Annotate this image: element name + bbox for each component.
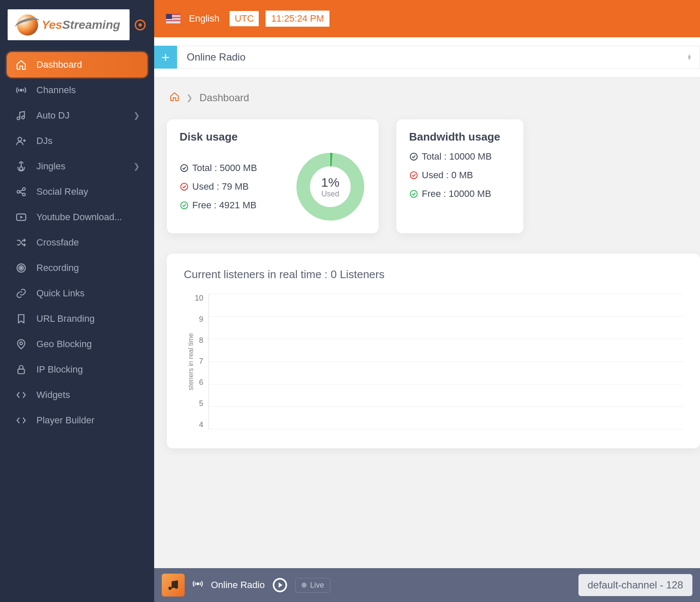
check-icon — [409, 171, 418, 180]
sidebar-item-recording[interactable]: Recording — [7, 255, 147, 281]
sidebar-item-channels[interactable]: Channels — [7, 77, 147, 103]
svg-point-24 — [197, 583, 199, 585]
sidebar-item-ipblocking[interactable]: IP Blocking — [7, 357, 147, 382]
svg-point-1 — [17, 117, 20, 120]
check-icon — [409, 152, 418, 161]
sidebar-item-playerbuilder[interactable]: Player Builder — [7, 408, 147, 433]
station-select-label: Online Radio — [187, 51, 246, 63]
bandwidth-title: Bandwidth usage — [409, 130, 511, 144]
svg-point-2 — [22, 116, 25, 119]
svg-rect-13 — [18, 369, 24, 374]
ytick: 7 — [199, 357, 203, 366]
sidebar: YesStreaming DashboardChannelsAuto DJ❯DJ… — [0, 0, 154, 602]
station-selector-row: + Online Radio ▲▼ — [154, 37, 700, 77]
sidebar-item-quicklinks[interactable]: Quick Links — [7, 281, 147, 306]
brand-text-2: Streaming — [62, 18, 120, 32]
ytick: 9 — [199, 315, 203, 324]
chart-yaxis: 10987654 — [195, 294, 208, 429]
sidebar-item-crossfade[interactable]: Crossfade — [7, 230, 147, 255]
disk-usage-list: Total : 5000 MB Used : 79 MB Free : 4921… — [180, 163, 257, 211]
album-art-icon[interactable] — [162, 574, 185, 596]
chart-grid — [208, 294, 683, 429]
sidebar-item-dashboard[interactable]: Dashboard — [7, 52, 147, 77]
language-label[interactable]: English — [189, 13, 219, 24]
svg-point-16 — [181, 202, 188, 209]
play-button[interactable] — [272, 577, 288, 593]
svg-rect-4 — [20, 167, 23, 171]
crossfade-icon — [15, 237, 27, 248]
svg-point-0 — [20, 89, 22, 91]
youtube-icon — [15, 212, 27, 223]
disk-donut-chart: 1% Used — [295, 151, 366, 222]
add-station-button[interactable]: + — [154, 46, 177, 69]
sidebar-item-autodj[interactable]: Auto DJ❯ — [7, 103, 147, 128]
disk-total: Total : 5000 MB — [192, 163, 257, 174]
disk-pct: 1% — [321, 175, 339, 190]
check-icon — [180, 201, 189, 210]
topbar: English UTC 11:25:24 PM — [154, 0, 700, 37]
live-dot-icon — [302, 583, 307, 588]
ytick: 4 — [199, 420, 203, 429]
chevron-right-icon: ❯ — [133, 111, 140, 120]
check-icon — [409, 189, 418, 199]
ipblocking-icon — [15, 364, 27, 375]
station-select[interactable]: Online Radio ▲▼ — [177, 46, 700, 69]
ytick: 6 — [199, 378, 203, 387]
bandwidth-usage-card: Bandwidth usage Total : 10000 MB Used : … — [396, 119, 523, 233]
ytick: 8 — [199, 336, 203, 345]
social-icon — [15, 186, 27, 197]
sidebar-item-youtube[interactable]: Youtube Download... — [7, 204, 147, 230]
sidebar-item-jingles[interactable]: Jingles❯ — [7, 154, 147, 179]
svg-point-22 — [169, 587, 172, 590]
select-sort-icon: ▲▼ — [687, 54, 692, 60]
sidebar-item-label: Channels — [36, 85, 76, 96]
sidebar-item-label: Youtube Download... — [36, 212, 122, 223]
record-icon[interactable] — [135, 19, 146, 30]
flag-icon[interactable] — [166, 14, 180, 23]
svg-point-6 — [22, 188, 25, 191]
home-icon[interactable] — [169, 91, 180, 104]
sidebar-item-label: Crossfade — [36, 237, 79, 248]
chart-ylabel: steners in real time — [184, 294, 195, 429]
sidebar-item-label: URL Branding — [36, 313, 94, 324]
chevron-right-icon: ❯ — [186, 93, 193, 102]
svg-point-3 — [18, 137, 22, 141]
sidebar-item-label: Quick Links — [36, 288, 85, 299]
listeners-card: Current listeners in real time : 0 Liste… — [167, 254, 700, 448]
usage-cards: Disk usage Total : 5000 MB Used : 79 MB … — [167, 119, 700, 233]
svg-point-20 — [410, 172, 418, 179]
timezone-badge[interactable]: UTC — [230, 11, 259, 26]
player-station: Online Radio — [211, 580, 265, 591]
sidebar-item-label: DJs — [36, 135, 53, 146]
content: ❯ Dashboard Disk usage Total : 5000 MB U… — [154, 77, 700, 602]
dashboard-icon — [15, 59, 27, 70]
sidebar-item-label: Dashboard — [36, 59, 82, 70]
breadcrumb-current: Dashboard — [199, 92, 249, 104]
autodj-icon — [15, 110, 27, 121]
sidebar-item-widgets[interactable]: Widgets — [7, 382, 147, 408]
widgets-icon — [15, 389, 27, 400]
svg-point-14 — [181, 165, 188, 172]
broadcast-icon — [192, 578, 203, 592]
player-bar: Online Radio Live default-channel - 128 — [154, 568, 700, 602]
brand-logo[interactable]: YesStreaming — [8, 9, 130, 40]
bw-used: Used : 0 MB — [422, 170, 473, 181]
sidebar-item-label: Auto DJ — [36, 110, 69, 121]
sidebar-item-djs[interactable]: DJs — [7, 128, 147, 154]
djs-icon — [15, 135, 27, 146]
clock: 11:25:24 PM — [266, 11, 329, 27]
channel-pill[interactable]: default-channel - 128 — [578, 574, 693, 596]
jingles-icon — [15, 161, 27, 172]
disk-used: Used : 79 MB — [192, 181, 249, 192]
live-badge[interactable]: Live — [295, 578, 330, 593]
sidebar-item-urlbranding[interactable]: URL Branding — [7, 306, 147, 331]
brand-icon — [17, 14, 38, 36]
live-label: Live — [310, 581, 324, 590]
sidebar-item-label: Recording — [36, 262, 79, 273]
sidebar-item-social[interactable]: Social Relay — [7, 179, 147, 204]
quicklinks-icon — [15, 288, 27, 299]
svg-point-21 — [410, 191, 418, 198]
recording-icon — [15, 262, 27, 273]
sidebar-item-label: Geo Blocking — [36, 339, 92, 350]
sidebar-item-geoblocking[interactable]: Geo Blocking — [7, 331, 147, 357]
